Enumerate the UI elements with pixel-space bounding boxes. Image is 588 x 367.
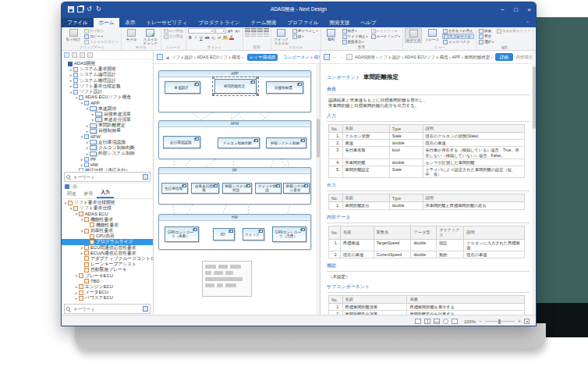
view-tab-0[interactable]: レイヤ構成図: [247, 54, 278, 61]
ribbon-small-5-0[interactable]: 塗りつぶし▾: [292, 28, 319, 34]
tree-item[interactable]: ▸目標制御量: [62, 128, 153, 134]
tree-item[interactable]: ▸PF: [62, 156, 153, 162]
component-node[interactable]: 車速調停: [165, 81, 200, 94]
font-size-select[interactable]: ▾: [215, 28, 226, 34]
redo-icon[interactable]: [96, 6, 102, 12]
component-node[interactable]: スイッチ状態: [255, 183, 282, 194]
zoom-slider[interactable]: [485, 321, 515, 322]
superscript-icon[interactable]: x²: [217, 34, 221, 40]
table-row[interactable]: 5.車間距離設定Stateドライバにより設定された車間距離の設定（短、中、長）: [329, 166, 525, 178]
table-row[interactable]: 1.目標車間距離演算目標車間距離を算出する: [329, 304, 525, 311]
panel-model-icon[interactable]: [65, 184, 69, 189]
ribbon-collapse-icon[interactable]: ⌃: [526, 20, 530, 26]
bold-icon[interactable]: B: [188, 34, 193, 40]
component-node[interactable]: I/O: [213, 228, 235, 241]
layout-vsplit-icon[interactable]: [424, 319, 430, 324]
align-left-icon[interactable]: [245, 33, 250, 37]
zoom-slider-thumb[interactable]: [498, 319, 501, 324]
layout-hsplit-icon[interactable]: [434, 319, 440, 324]
navigator-menu-icon[interactable]: [87, 52, 93, 58]
tree-item[interactable]: ▸パワステECU: [62, 295, 153, 301]
ribbon-small-0-0[interactable]: 切り取り: [83, 28, 119, 34]
model-navigator-icon[interactable]: [64, 52, 69, 58]
back-icon[interactable]: ◀: [165, 55, 169, 60]
detail-breadcrumb[interactable]: ADAS開発 › ソフト設計 › ADAS ECUソフト構造 › APP › 車…: [355, 55, 493, 60]
component-node[interactable]: 自車走行情報: [191, 183, 219, 194]
selection-handle[interactable]: [256, 93, 258, 95]
panel-filter-icon[interactable]: [73, 184, 77, 189]
outdent-icon[interactable]: [257, 28, 263, 32]
ribbon-tab-0[interactable]: ファイル: [62, 18, 94, 27]
align-right-icon[interactable]: [257, 33, 263, 37]
ribbon-tab-7[interactable]: 開発支援: [324, 18, 355, 27]
grow-font-icon[interactable]: A˄: [227, 28, 234, 34]
bullet-list-icon[interactable]: [245, 28, 250, 32]
save-all-icon[interactable]: [77, 6, 83, 12]
collapse-all-icon[interactable]: [72, 52, 77, 58]
align-center-icon[interactable]: [251, 33, 257, 37]
ribbon-small-8-2[interactable]: 選択▾: [478, 39, 494, 45]
highlight-icon[interactable]: ab: [222, 34, 228, 40]
ribbon-tab-1[interactable]: ホーム: [94, 18, 120, 27]
ribbon-big-5-0[interactable]: クイック スタイル: [273, 28, 290, 45]
ribbon-tab-6[interactable]: プロファイル: [282, 18, 324, 27]
table-row[interactable]: 2.車速double現在の車速: [329, 140, 525, 147]
ribbon-big-1-0[interactable]: モデル: [123, 28, 140, 41]
component-node[interactable]: 外部システム状態: [222, 183, 252, 194]
undo-icon[interactable]: [87, 6, 93, 12]
underline-icon[interactable]: U: [199, 34, 204, 40]
ribbon-small-8-0[interactable]: 検索: [478, 28, 494, 34]
font-color-icon[interactable]: A: [229, 34, 234, 40]
component-node[interactable]: 外部システム制御: [266, 137, 306, 148]
ribbon-big-7-0[interactable]: エディタ: [405, 28, 422, 43]
component-node[interactable]: CANコントローラ（車載）: [165, 226, 199, 242]
component-node[interactable]: クルコン制御判断: [218, 137, 260, 148]
ribbon-tab-3[interactable]: トレーサビリティ: [140, 18, 193, 27]
diagram-canvas[interactable]: APP車速調停車間距離推定目標制御量AFW走行環境認識クルコン制御判断外部システ…: [154, 64, 320, 315]
layout-single-icon[interactable]: [415, 319, 421, 324]
ribbon-big-1-1[interactable]: スタイル チェック: [142, 28, 159, 45]
zoom-fit-icon[interactable]: [524, 319, 530, 324]
table-row[interactable]: 1.クルコン状態State現在のクルコンの状態(State): [329, 133, 525, 140]
zoom-out-icon[interactable]: −: [479, 319, 482, 324]
ribbon-small-8-3[interactable]: 検索結果をクリア: [496, 28, 531, 34]
diagram-breadcrumb[interactable]: ソフト設計 › ADAS ECUソフト構造 ›: [172, 55, 243, 60]
ribbon-small-7-1[interactable]: サブエディタ: [442, 34, 474, 39]
maximize-button[interactable]: [509, 2, 522, 16]
fit-page-icon[interactable]: [452, 319, 458, 324]
minimize-button[interactable]: [496, 2, 509, 16]
indent-icon[interactable]: [264, 28, 269, 32]
subscript-icon[interactable]: x₂: [211, 34, 215, 40]
save-icon[interactable]: [68, 6, 74, 12]
preview-icon[interactable]: [443, 319, 448, 324]
ribbon-small-6-2[interactable]: 更新表示▾: [342, 39, 369, 45]
tree-item[interactable]: ▸外部システム制御: [62, 151, 153, 156]
tree-item[interactable]: ▾ADAS ECUソフト構造: [62, 94, 153, 100]
ribbon-big-7-1[interactable]: トレース: [423, 28, 441, 41]
ribbon-small-8-1[interactable]: 置換: [478, 34, 494, 39]
ribbon-tab-2[interactable]: 表示: [119, 18, 140, 27]
ribbon-small-2-1[interactable]: 次の関連: [163, 34, 184, 39]
diagram-scrollbar[interactable]: [316, 64, 320, 315]
tree-item[interactable]: ▸ソフト要求仕様定義: [62, 84, 153, 89]
strikethrough-icon[interactable]: ab: [204, 34, 211, 40]
input-tab-0[interactable]: 関連: [63, 190, 80, 198]
ribbon-tab-5[interactable]: チーム開発: [246, 18, 282, 27]
detail-scrollbar[interactable]: [532, 51, 536, 315]
component-node[interactable]: CANコントローラ（汎用）: [272, 226, 306, 242]
component-node[interactable]: スイッチ: [243, 228, 264, 241]
ribbon-small-7-2[interactable]: インスペクタ: [442, 39, 474, 45]
view-tab-1[interactable]: コンポーネント構造: [281, 54, 320, 61]
ribbon-small-5-1[interactable]: 線▾: [292, 34, 319, 39]
selection-handle[interactable]: [256, 77, 258, 79]
forward-icon[interactable]: →: [339, 55, 344, 59]
zoom-in-icon[interactable]: +: [518, 319, 521, 324]
advanced-search-icon[interactable]: [143, 306, 148, 312]
editor-home-icon[interactable]: [324, 54, 330, 60]
tree-item[interactable]: 検証仕様（適応走行）: [62, 168, 153, 171]
close-button[interactable]: [522, 2, 536, 16]
ribbon-small-6-0[interactable]: 順序▾: [342, 28, 369, 34]
navigator-search-input[interactable]: [72, 174, 141, 180]
table-row[interactable]: 2.車間距離差分演算車間距離差分を計算する: [329, 311, 525, 315]
component-node[interactable]: 外部システム要求: [283, 183, 310, 194]
